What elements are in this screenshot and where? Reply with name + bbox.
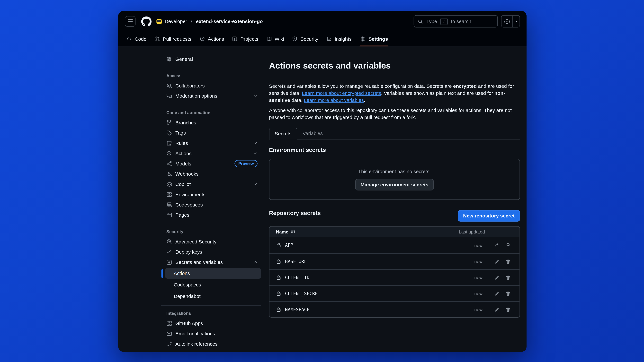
sidebar-item-models[interactable]: ModelsPreview	[161, 158, 261, 169]
delete-secret-button[interactable]	[503, 289, 513, 298]
cross-reference-icon	[166, 341, 172, 347]
sidebar-subitem-actions[interactable]: Actions	[165, 268, 261, 279]
sidebar-item-environments[interactable]: Environments	[161, 189, 261, 199]
column-header-last-updated: Last updated	[452, 229, 513, 234]
chevron-down-icon	[253, 93, 258, 98]
sidebar-item-label: Models	[176, 161, 191, 166]
sidebar-item-moderation-options[interactable]: Moderation options	[161, 91, 261, 101]
secret-last-updated: now	[452, 275, 483, 280]
manage-environment-secrets-button[interactable]: Manage environment secrets	[355, 179, 434, 190]
shield-search-icon	[166, 239, 172, 244]
sidebar-item-deploy-keys[interactable]: Deploy keys	[161, 247, 261, 257]
sidebar-item-label: Advanced Security	[176, 239, 216, 244]
table-body: APPnowBASE_URLnowCLIENT_IDnowCLIENT_SECR…	[270, 237, 520, 317]
sidebar-subitem-dependabot[interactable]: Dependabot	[165, 291, 261, 302]
repository-secrets-heading: Repository secrets	[269, 210, 321, 216]
new-repository-secret-button[interactable]: New repository secret	[458, 210, 520, 222]
rules-icon	[166, 140, 172, 146]
tab-secrets[interactable]: Secrets	[269, 128, 297, 140]
mail-icon	[166, 331, 172, 336]
edit-secret-button[interactable]	[492, 240, 502, 250]
nav-tab-insights[interactable]: Insights	[322, 31, 356, 46]
lock-icon	[276, 291, 282, 296]
sort-ascending-icon	[291, 229, 296, 234]
chevron-down-icon	[253, 141, 258, 145]
nav-tab-actions[interactable]: Actions	[196, 31, 228, 46]
repository-secrets-table: Name Last updated APPnowBASE_URLnowCLIEN…	[269, 226, 520, 318]
edit-secret-button[interactable]	[492, 305, 502, 315]
learn-more-link[interactable]: Learn more about variables	[304, 97, 364, 103]
secret-row: CLIENT_IDnow	[270, 269, 520, 285]
sidebar-item-collaborators[interactable]: Collaborators	[161, 80, 261, 91]
environment-secrets-box: This environment has no secrets. Manage …	[269, 159, 520, 200]
edit-secret-button[interactable]	[492, 257, 502, 266]
secret-row: APPnow	[270, 237, 520, 253]
sidebar-item-label: Codespaces	[176, 202, 203, 208]
tab-variables[interactable]: Variables	[297, 128, 328, 140]
sidebar-item-secrets-and-variables[interactable]: Secrets and variables	[161, 257, 261, 267]
sidebar-item-webhooks[interactable]: Webhooks	[161, 169, 261, 179]
nav-tab-projects[interactable]: Projects	[228, 31, 262, 46]
sidebar-item-actions[interactable]: Actions	[161, 148, 261, 158]
browser-icon	[166, 212, 172, 218]
nav-tab-settings[interactable]: Settings	[356, 31, 392, 46]
sidebar-item-label: Environments	[176, 191, 206, 197]
edit-secret-button[interactable]	[492, 289, 502, 298]
nav-tab-label: Pull requests	[163, 36, 192, 42]
nav-tab-label: Insights	[334, 36, 352, 42]
github-logo-icon[interactable]	[141, 16, 152, 26]
secret-name-cell: NAMESPACE	[276, 307, 452, 312]
column-header-name[interactable]: Name	[276, 229, 452, 234]
sidebar-item-github-apps[interactable]: GitHub Apps	[161, 318, 261, 328]
copilot-button[interactable]	[502, 15, 512, 27]
sidebar-item-label: Pages	[176, 212, 189, 218]
secret-name-cell: CLIENT_SECRET	[276, 291, 452, 296]
chevron-up-icon	[253, 260, 258, 264]
delete-secret-button[interactable]	[503, 240, 513, 250]
nav-tab-security[interactable]: Security	[288, 31, 322, 46]
emphasis-text: encrypted	[453, 83, 476, 89]
gear-icon	[360, 36, 366, 42]
sidebar-item-autolink-references[interactable]: Autolink references	[161, 339, 261, 349]
org-avatar	[156, 19, 162, 24]
nav-tab-pull-requests[interactable]: Pull requests	[150, 31, 196, 46]
edit-secret-button[interactable]	[492, 273, 502, 282]
delete-secret-button[interactable]	[503, 273, 513, 282]
breadcrumb-org[interactable]: Developer	[165, 18, 187, 24]
sidebar-item-codespaces[interactable]: Codespaces	[161, 199, 261, 210]
hamburger-menu-button[interactable]	[125, 16, 136, 27]
sidebar-item-label: Copilot	[176, 181, 191, 187]
sidebar-item-copilot[interactable]: Copilot	[161, 179, 261, 189]
sidebar-item-general[interactable]: General	[161, 54, 261, 64]
sidebar-item-tags[interactable]: Tags	[161, 128, 261, 138]
secret-name-cell: APP	[276, 243, 452, 248]
webhook-icon	[166, 171, 172, 177]
delete-secret-button[interactable]	[503, 305, 513, 315]
git-branch-icon	[166, 120, 172, 125]
sidebar-subitem-codespaces[interactable]: Codespaces	[165, 279, 261, 290]
delete-secret-button[interactable]	[503, 257, 513, 266]
nav-tab-label: Code	[135, 36, 146, 42]
breadcrumb-repo[interactable]: extend-service-extension-go	[196, 18, 262, 24]
play-icon	[166, 150, 172, 156]
search-input[interactable]: Type / to search	[414, 15, 498, 27]
copilot-icon	[166, 181, 172, 187]
sidebar-section-header: Security	[161, 229, 261, 234]
secret-name-cell: BASE_URL	[276, 259, 452, 264]
table-icon	[232, 36, 238, 41]
gear-icon	[166, 56, 172, 62]
nav-tab-code[interactable]: Code	[122, 31, 150, 46]
sidebar-item-branches[interactable]: Branches	[161, 117, 261, 128]
sidebar-item-pages[interactable]: Pages	[161, 210, 261, 220]
nav-tab-wiki[interactable]: Wiki	[262, 31, 288, 46]
desktop: Developer / extend-service-extension-go …	[0, 0, 644, 362]
sidebar-item-rules[interactable]: Rules	[161, 138, 261, 148]
secret-last-updated: now	[452, 307, 483, 312]
secret-name-cell: CLIENT_ID	[276, 275, 452, 280]
breadcrumb-separator: /	[190, 18, 193, 24]
learn-more-link[interactable]: Learn more about encrypted secrets	[302, 90, 381, 96]
sidebar-item-email-notifications[interactable]: Email notifications	[161, 328, 261, 339]
sidebar-item-advanced-security[interactable]: Advanced Security	[161, 236, 261, 247]
copilot-dropdown-button[interactable]	[512, 15, 520, 27]
github-window: Developer / extend-service-extension-go …	[118, 11, 526, 352]
